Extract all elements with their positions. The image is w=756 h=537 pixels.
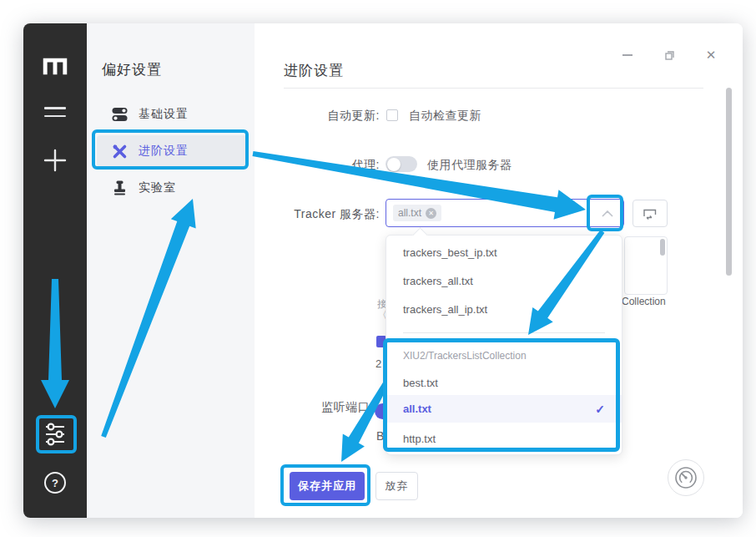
- app-window: ✕ ? 偏好设置: [23, 23, 743, 518]
- screenshot-root: ✕ ? 偏好设置: [0, 0, 756, 537]
- speed-gauge-button[interactable]: [668, 459, 704, 496]
- tracker-tag: all.txt ✕: [393, 205, 441, 221]
- tracker-label: Tracker 服务器:: [255, 207, 380, 222]
- help-icon[interactable]: ?: [44, 472, 66, 494]
- title-divider: [284, 88, 703, 89]
- tracker-dropdown: trackers_best_ip.txt trackers_all.txt tr…: [386, 235, 622, 455]
- minimize-button[interactable]: [621, 48, 634, 62]
- page-scrollbar[interactable]: [726, 88, 732, 276]
- toggle-knob: [387, 158, 401, 171]
- tracker-select[interactable]: all.txt ✕: [386, 199, 624, 227]
- help-glyph: ?: [52, 477, 58, 489]
- motrix-logo-icon: [43, 57, 68, 75]
- chevron-up-icon[interactable]: [602, 210, 613, 217]
- menu-item-label: 基础设置: [139, 107, 189, 122]
- selected-item-label: all.txt: [403, 403, 431, 415]
- save-and-apply-button[interactable]: 保存并应用: [290, 472, 365, 500]
- auto-update-option-label[interactable]: 自动检查更新: [409, 109, 481, 124]
- sync-trackers-icon: [643, 207, 658, 220]
- window-controls: ✕: [584, 45, 743, 65]
- close-icon: ✕: [706, 48, 717, 62]
- proxy-option-label: 使用代理服务器: [427, 158, 512, 173]
- menu-item-basic-settings[interactable]: 基础设置: [87, 99, 254, 130]
- proxy-toggle[interactable]: [386, 156, 417, 172]
- toggles-icon: [111, 106, 128, 123]
- discard-button[interactable]: 放弃: [375, 472, 418, 500]
- preferences-sliders-icon[interactable]: [44, 422, 66, 447]
- preferences-title: 偏好设置: [102, 60, 162, 79]
- listen-port-label: 监听端口: [321, 400, 370, 415]
- menu-item-label: 实验室: [139, 180, 176, 195]
- occluded-letter-fragment: B: [376, 429, 384, 443]
- menu-item-label: 进阶设置: [139, 144, 189, 159]
- maximize-icon: [664, 50, 675, 61]
- crossed-tools-icon: [111, 143, 128, 160]
- tag-close-icon[interactable]: ✕: [426, 208, 436, 219]
- stamp-icon: [111, 180, 128, 196]
- menu-item-lab[interactable]: 实验室: [87, 172, 254, 204]
- auto-update-label: 自动更新:: [255, 109, 380, 124]
- dropdown-item[interactable]: trackers_all_ip.txt: [386, 295, 622, 323]
- preferences-panel: 偏好设置 基础设置: [87, 23, 255, 518]
- tracker-textarea-fragment[interactable]: [624, 236, 668, 295]
- dropdown-item[interactable]: best.txt: [386, 368, 622, 397]
- collection-link-fragment[interactable]: Collection: [622, 296, 666, 307]
- speedometer-icon: [673, 465, 698, 490]
- dropdown-divider: [403, 332, 605, 333]
- dropdown-group-label: XIU2/TrackersListCollection: [386, 344, 622, 367]
- task-list-icon[interactable]: [44, 107, 66, 123]
- close-button[interactable]: ✕: [704, 48, 718, 62]
- dropdown-item[interactable]: trackers_all.txt: [386, 266, 622, 295]
- occluded-number-fragment: 2: [375, 357, 381, 370]
- sync-trackers-button[interactable]: [633, 200, 668, 227]
- page-title: 进阶设置: [284, 61, 344, 80]
- minimize-icon: [622, 54, 633, 56]
- auto-update-checkbox[interactable]: [386, 109, 398, 121]
- menu-item-advanced-settings[interactable]: 进阶设置: [87, 135, 254, 167]
- dropdown-item-selected[interactable]: all.txt ✓: [386, 395, 622, 423]
- check-icon: ✓: [595, 403, 605, 416]
- app-sidebar: ?: [23, 23, 87, 518]
- add-task-icon[interactable]: [43, 149, 67, 172]
- textarea-scrollbar[interactable]: [660, 239, 665, 256]
- dropdown-item[interactable]: trackers_best_ip.txt: [386, 238, 622, 266]
- tracker-tag-label: all.txt: [398, 207, 421, 219]
- proxy-label: 代理:: [255, 158, 380, 173]
- occluded-text-fragment: 接〈: [377, 299, 386, 322]
- maximize-button[interactable]: [663, 48, 676, 62]
- dropdown-item[interactable]: http.txt: [386, 424, 622, 453]
